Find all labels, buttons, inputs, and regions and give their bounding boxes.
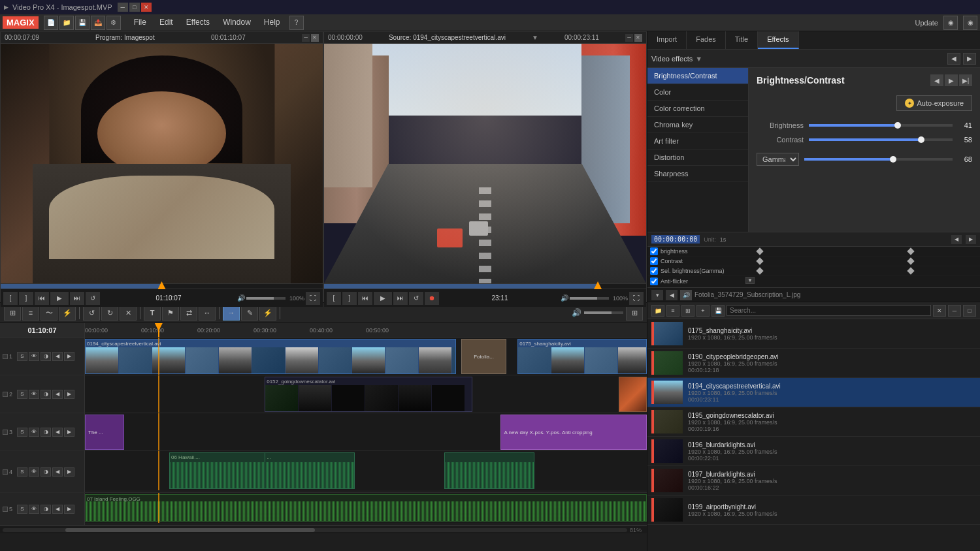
track-4-mute[interactable]: 👁	[29, 467, 39, 477]
settings-icon[interactable]: ⚙	[106, 16, 121, 30]
open-icon[interactable]: 📁	[59, 16, 74, 30]
media-minimize[interactable]: ─	[948, 305, 961, 317]
kf-diamond-3[interactable]	[756, 257, 763, 264]
kf-contrast-track[interactable]	[745, 257, 977, 265]
update-icon2[interactable]: ◉	[963, 16, 977, 30]
media-item-0196[interactable]: 0196_blurdarklights.avi 1920 x 1080, 16:…	[647, 437, 980, 466]
right-prev-btn[interactable]: ⏮	[358, 292, 372, 305]
right-fullscreen-btn[interactable]: ⛶	[629, 292, 644, 305]
right-next-btn[interactable]: ⏭	[393, 292, 408, 305]
media-item-0194[interactable]: 0194_cityscapestreetvertical.avi 1920 x …	[647, 378, 980, 407]
track-4-content[interactable]: 06 Hawaii.... ...	[85, 451, 647, 490]
effects-item-chroma[interactable]: Chroma key	[647, 117, 748, 133]
tool-grid[interactable]: ⊞	[4, 305, 21, 321]
tool-draw[interactable]: ✎	[241, 305, 258, 321]
track-4-vol-down[interactable]: ◀	[52, 467, 63, 477]
save-icon[interactable]: 💾	[75, 16, 90, 30]
kf-brightness-track[interactable]	[745, 247, 977, 255]
track-3-title-2[interactable]: A new day X-pos. Y-pos. Anti cropping	[500, 415, 647, 450]
track-2-clip-1[interactable]: 0152_goingdownescalator.avi	[265, 377, 472, 412]
right-monitor-minimize[interactable]: ─	[625, 34, 633, 42]
track-3-content[interactable]: The ... A new day X-pos. Y-pos. Anti cro…	[85, 413, 647, 450]
track-1-s[interactable]: S	[17, 352, 27, 361]
menu-extra-icon[interactable]: ?	[289, 16, 304, 30]
track-1-resize[interactable]	[3, 354, 8, 359]
menu-window[interactable]: Window	[216, 16, 257, 30]
track-2-vol-down[interactable]: ◀	[52, 390, 63, 399]
right-out-btn[interactable]: ]	[342, 292, 357, 305]
effects-left-nav[interactable]: ◀	[947, 53, 960, 65]
media-item-0175[interactable]: 0175_shanghaicity.avi 1920 x 1080, 16:9,…	[647, 319, 980, 349]
track-1-clip-photo[interactable]: Fotolia...	[461, 339, 506, 374]
track-4-clip-1[interactable]: 06 Hawaii....	[169, 452, 276, 489]
kf-nav-left[interactable]: ◀	[951, 235, 962, 244]
contrast-slider[interactable]	[809, 138, 953, 141]
left-out-btn[interactable]: ]	[19, 292, 33, 305]
kf-antiflicker-check[interactable]	[650, 277, 658, 285]
nav-speaker[interactable]: 🔊	[680, 290, 692, 300]
tool-trim[interactable]: ↔	[199, 305, 216, 321]
track-4-solo[interactable]: ◑	[41, 467, 51, 477]
track-1-content[interactable]: 0194_cityscapestreetvertical.avi	[85, 338, 647, 375]
nav-back[interactable]: ◀	[666, 290, 678, 300]
maximize-button[interactable]: □	[129, 3, 140, 12]
timeline-scroll-track[interactable]	[3, 528, 627, 532]
track-3-s[interactable]: S	[17, 428, 27, 437]
track-2-mute[interactable]: 👁	[29, 390, 39, 399]
effects-item-sharpness[interactable]: Sharpness	[647, 166, 748, 182]
track-4-clip-3[interactable]	[444, 452, 534, 489]
gamma-thumb[interactable]	[890, 156, 896, 163]
brightness-slider[interactable]	[809, 124, 953, 127]
tool-redo[interactable]: ↻	[101, 305, 118, 321]
track-4-s[interactable]: S	[17, 467, 27, 477]
right-dropdown[interactable]: ▼	[532, 34, 538, 41]
right-loop-btn[interactable]: ↺	[409, 292, 423, 305]
effects-item-color-correction[interactable]: Color correction	[647, 101, 748, 117]
tool-list[interactable]: ≡	[22, 305, 39, 321]
menu-effects[interactable]: Effects	[180, 16, 216, 30]
menu-file[interactable]: File	[127, 16, 153, 30]
media-search-input[interactable]	[727, 305, 931, 316]
export-icon[interactable]: 📤	[91, 16, 105, 30]
media-btn-grid[interactable]: ⊞	[681, 305, 694, 317]
track-1-mute[interactable]: 👁	[29, 352, 39, 361]
media-search-btn[interactable]: ✕	[933, 305, 946, 317]
track-2-solo[interactable]: ◑	[41, 390, 51, 399]
media-item-0197[interactable]: 0197_blurdarklights.avi 1920 x 1080, 16:…	[647, 466, 980, 496]
brightness-thumb[interactable]	[894, 122, 901, 129]
track-5-resize[interactable]	[3, 507, 8, 512]
kf-gamma-track[interactable]	[745, 267, 977, 275]
media-maximize[interactable]: □	[963, 305, 976, 317]
media-btn-list[interactable]: ≡	[666, 305, 679, 317]
effects-nav-right[interactable]: ▶	[945, 74, 958, 86]
kf-nav-right[interactable]: ▶	[966, 235, 976, 244]
left-next-btn[interactable]: ⏭	[70, 292, 84, 305]
track-5-vol-up[interactable]: ▶	[64, 505, 74, 514]
effects-dropdown-arrow[interactable]: ▼	[695, 55, 702, 63]
track-5-clip-main[interactable]: 07 Island Feeling.OGG	[85, 494, 647, 522]
minimize-button[interactable]: ─	[118, 3, 128, 12]
effects-nav-play[interactable]: ▶|	[959, 74, 972, 86]
menu-help[interactable]: Help	[257, 16, 287, 30]
tab-effects[interactable]: Effects	[758, 31, 798, 49]
track-2-s[interactable]: S	[17, 390, 27, 399]
tool-speaker[interactable]: ⊞	[626, 305, 643, 321]
right-monitor-close[interactable]: ✕	[634, 34, 642, 42]
effects-item-art[interactable]: Art filter	[647, 133, 748, 150]
kf-antiflicker-dropdown[interactable]: ▼	[745, 277, 755, 284]
track-5-s[interactable]: S	[17, 505, 27, 514]
track-1-vol-down[interactable]: ◀	[52, 352, 63, 361]
track-2-clip-2[interactable]	[619, 377, 647, 412]
track-5-mute[interactable]: 👁	[29, 505, 39, 514]
track-1-clip-1[interactable]: 0194_cityscapestreetvertical.avi	[85, 339, 456, 374]
effects-item-brightness[interactable]: Brightness/Contrast	[647, 68, 748, 84]
track-2-vol-up[interactable]: ▶	[64, 390, 74, 399]
left-fullscreen-btn[interactable]: ⛶	[306, 292, 320, 305]
effects-item-color[interactable]: Color	[647, 84, 748, 101]
effects-item-distortion[interactable]: Distortion	[647, 150, 748, 166]
left-in-btn[interactable]: [	[3, 292, 18, 305]
right-in-btn[interactable]: [	[327, 292, 341, 305]
tool-snap[interactable]: ⚡	[259, 305, 276, 321]
kf-diamond-2[interactable]	[907, 247, 914, 255]
track-3-vol-up[interactable]: ▶	[64, 428, 74, 437]
